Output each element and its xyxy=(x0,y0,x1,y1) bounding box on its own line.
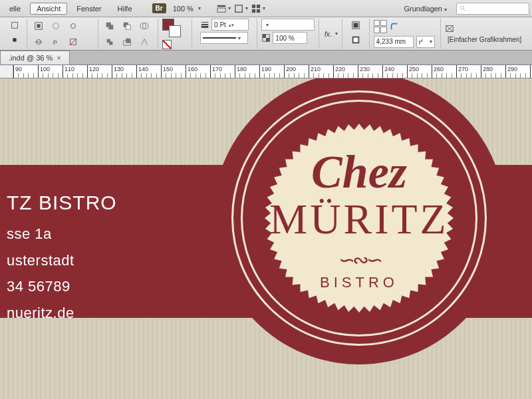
svg-line-19 xyxy=(70,39,76,45)
horizontal-ruler[interactable]: 9010011012013014015016017018019020021022… xyxy=(0,65,532,78)
pathfinder-exclude-icon[interactable] xyxy=(102,35,117,49)
corner-shape-dropdown[interactable] xyxy=(416,36,435,48)
svg-rect-1 xyxy=(217,8,225,12)
svg-point-13 xyxy=(53,23,59,29)
svg-rect-4 xyxy=(257,4,260,7)
pathfinder-subtract-icon[interactable] xyxy=(120,19,134,33)
wrap-next-icon[interactable] xyxy=(31,35,46,49)
pathfinder-add-icon[interactable] xyxy=(102,19,117,33)
svg-rect-23 xyxy=(126,25,130,29)
document-tabs: .indd @ 36 % × xyxy=(0,51,532,65)
logo-badge[interactable]: Chez MÜRITZ ∽∾∽ BISTRO xyxy=(213,78,505,364)
artboard[interactable]: TZ BISTRO sse 1a usterstadt 34 56789 nue… xyxy=(0,78,532,399)
svg-rect-6 xyxy=(257,9,260,12)
svg-rect-9 xyxy=(12,23,18,29)
pathfinder-minus-icon[interactable] xyxy=(120,35,134,49)
fit-frame-icon[interactable] xyxy=(348,33,363,47)
stroke-color-swatch[interactable] xyxy=(169,25,181,37)
corner-reference-selector[interactable] xyxy=(374,20,387,33)
text-wrap-none-icon[interactable] xyxy=(7,19,22,32)
corner-style-icon[interactable] xyxy=(390,22,399,31)
corner-size-field[interactable]: 4,233 mm xyxy=(374,36,414,48)
stroke-weight-field[interactable]: 0 Pt▴▾ xyxy=(211,19,249,31)
convert-point-icon[interactable] xyxy=(137,35,152,49)
menu-item-window[interactable]: Fenster xyxy=(70,3,108,15)
zoom-level-dropdown[interactable]: 100 % xyxy=(169,3,205,14)
wrap-shape-icon[interactable] xyxy=(49,19,63,33)
svg-rect-27 xyxy=(126,38,130,43)
opacity-icon xyxy=(261,33,271,43)
workspace-switcher[interactable]: Grundlagen xyxy=(398,3,454,14)
svg-point-7 xyxy=(460,6,464,9)
svg-rect-2 xyxy=(235,5,243,12)
bridge-icon[interactable]: Br xyxy=(152,3,166,13)
menu-item-table[interactable]: elle xyxy=(3,3,27,15)
document-canvas[interactable]: TZ BISTRO sse 1a usterstadt 34 56789 nue… xyxy=(0,78,532,399)
nowrap-icon[interactable] xyxy=(66,35,80,49)
no-color-swatch[interactable] xyxy=(162,40,172,49)
svg-rect-33 xyxy=(266,38,269,41)
arrange-documents-icon[interactable] xyxy=(251,2,266,15)
blend-mode-dropdown[interactable] xyxy=(261,19,315,31)
object-style-label[interactable]: [Einfacher Grafikrahmen] xyxy=(445,36,524,43)
view-options-icon[interactable] xyxy=(217,2,231,15)
menu-item-view[interactable]: Ansicht xyxy=(30,3,67,15)
document-tab[interactable]: .indd @ 36 % × xyxy=(0,51,70,65)
svg-text:fx.: fx. xyxy=(325,30,332,37)
svg-point-14 xyxy=(70,23,75,28)
stroke-weight-icon xyxy=(200,20,209,29)
text-wrap-object-icon[interactable] xyxy=(7,33,22,47)
svg-rect-38 xyxy=(354,38,358,43)
svg-rect-0 xyxy=(217,5,225,7)
fit-content-icon[interactable] xyxy=(348,19,363,32)
wrap-jump-icon[interactable] xyxy=(66,19,80,33)
opacity-field[interactable]: 100 % xyxy=(273,32,307,44)
stroke-style-dropdown[interactable] xyxy=(200,32,248,44)
effects-icon[interactable]: fx. xyxy=(323,27,338,41)
svg-rect-12 xyxy=(37,24,40,27)
document-tab-label: .indd @ 36 % xyxy=(9,54,53,62)
ruler-origin[interactable] xyxy=(0,65,13,78)
search-input[interactable] xyxy=(456,3,529,15)
svg-rect-3 xyxy=(252,4,255,7)
svg-rect-32 xyxy=(263,35,266,38)
app-menubar: elle Ansicht Fenster Hilfe Br 100 % Grun… xyxy=(0,0,532,17)
pathfinder-intersect-icon[interactable] xyxy=(137,19,152,33)
wrap-inline-icon[interactable]: P xyxy=(49,35,63,49)
svg-rect-36 xyxy=(354,23,358,28)
flourish-icon: ∽∾∽ xyxy=(338,248,380,271)
control-panel: P 0 Pt▴▾ 100 % fx. xyxy=(0,17,532,51)
svg-rect-5 xyxy=(252,9,255,12)
svg-rect-10 xyxy=(13,38,16,41)
wrap-bound-icon[interactable] xyxy=(31,19,46,33)
logo-text: Chez MÜRITZ ∽∾∽ BISTRO xyxy=(213,78,505,364)
close-icon[interactable]: × xyxy=(57,54,61,62)
screen-mode-icon[interactable] xyxy=(234,2,249,15)
menu-item-help[interactable]: Hilfe xyxy=(111,3,139,15)
svg-text:P: P xyxy=(53,38,57,45)
svg-rect-21 xyxy=(108,25,113,29)
svg-line-8 xyxy=(464,9,466,11)
object-style-icon xyxy=(445,24,454,33)
